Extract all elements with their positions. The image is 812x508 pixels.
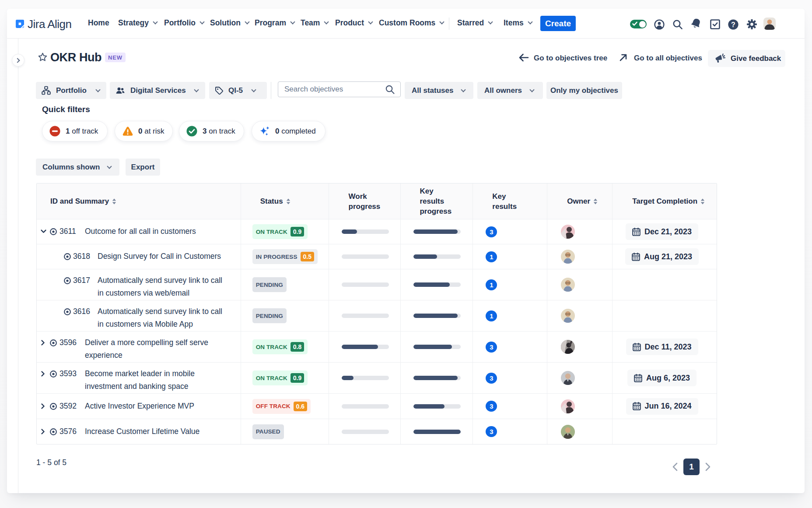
svg-text:?: ? bbox=[731, 21, 735, 28]
